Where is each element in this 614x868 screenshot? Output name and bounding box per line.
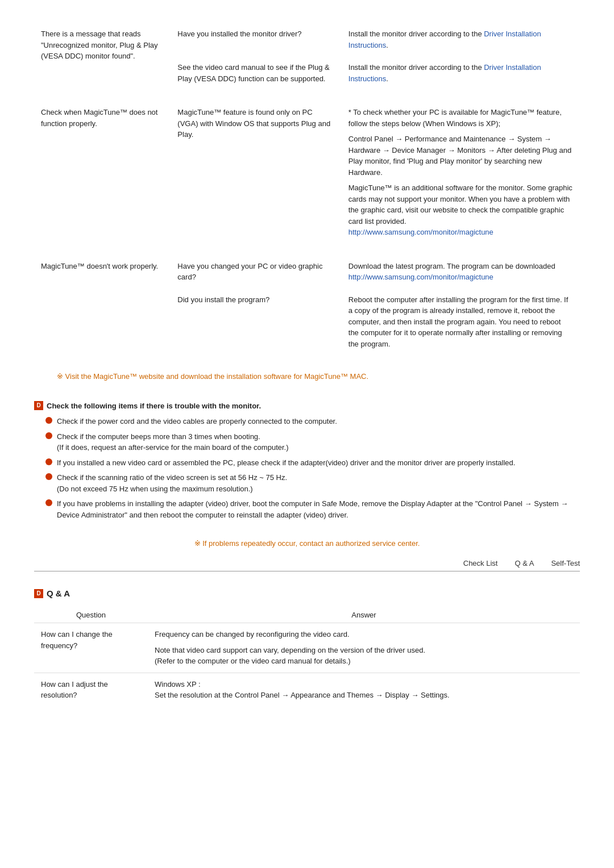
bullet-item: Check if the computer beeps more than 3 … — [45, 431, 580, 453]
check-icon: D — [34, 401, 43, 410]
bullet-item: Check if the scanning ratio of the video… — [45, 472, 580, 494]
magictune-url-link-1[interactable]: http://www.samsung.com/monitor/magictune — [349, 228, 493, 236]
qa-question-1: How can I change the frequency? — [34, 623, 148, 673]
magictune-url-link-2[interactable]: http://www.samsung.com/monitor/magictune — [349, 273, 493, 281]
qa-header: D Q & A — [34, 589, 580, 598]
solution-cell-1a: Install the monitor driver according to … — [342, 23, 580, 56]
table-row: Check when MagicTune™ does not function … — [34, 101, 580, 244]
cause-cell-1b: See the video card manual to see if the … — [171, 56, 341, 90]
nav-check-list[interactable]: Check List — [463, 559, 498, 567]
bullet-item: If you have problems in installing the a… — [45, 498, 580, 520]
problem-cell-1: There is a message that reads "Unrecogni… — [34, 23, 171, 90]
qa-table: Question Answer How can I change the fre… — [34, 607, 580, 707]
qa-icon: D — [34, 589, 43, 598]
bullet-item: If you installed a new video card or ass… — [45, 457, 580, 469]
bullet-text: Check if the power cord and the video ca… — [57, 416, 580, 427]
cause-cell-1a: Have you installed the monitor driver? — [171, 23, 341, 56]
qa-table-header: Question Answer — [34, 607, 580, 623]
driver-instructions-link-1[interactable]: Driver Installation Instructions — [349, 30, 541, 49]
problem-cell-3: MagicTune™ doesn't work properly. — [34, 255, 171, 356]
bullet-text: If you installed a new video card or ass… — [57, 457, 580, 469]
check-header-text: Check the following items if there is tr… — [47, 402, 261, 410]
qa-col-question: Question — [34, 607, 148, 623]
cause-cell-3a: Have you changed your PC or video graphi… — [171, 255, 341, 289]
solution-cell-2: * To check whether your PC is available … — [342, 101, 580, 244]
qa-col-answer: Answer — [148, 607, 580, 623]
bullet-dot-icon — [45, 458, 52, 465]
service-center-link[interactable]: contact an authorized service center — [300, 539, 418, 548]
bullet-item: Check if the power cord and the video ca… — [45, 416, 580, 427]
nav-qa[interactable]: Q & A — [515, 559, 534, 567]
qa-answer-1: Frequency can be changed by reconfigurin… — [148, 623, 580, 673]
qa-answer-2: Windows XP :Set the resolution at the Co… — [148, 673, 580, 707]
check-section-header: D Check the following items if there is … — [34, 401, 580, 410]
solution-cell-3a: Download the latest program. The program… — [342, 255, 580, 289]
qa-row: How can I change the frequency? Frequenc… — [34, 623, 580, 673]
solution-cell-1b: Install the monitor driver according to … — [342, 56, 580, 90]
cause-cell-2: MagicTune™ feature is found only on PC (… — [171, 101, 341, 244]
solution-cell-3b: Reboot the computer after installing the… — [342, 289, 580, 356]
bullet-dot-icon — [45, 473, 52, 480]
cause-cell-3b: Did you install the program? — [171, 289, 341, 356]
bullet-dot-icon — [45, 432, 52, 439]
table-row: MagicTune™ doesn't work properly. Have y… — [34, 255, 580, 289]
qa-title: Q & A — [47, 589, 70, 598]
service-center-note: ※ If problems repeatedly occur, contact … — [34, 539, 580, 548]
problem-cell-2: Check when MagicTune™ does not function … — [34, 101, 171, 244]
table-row: There is a message that reads "Unrecogni… — [34, 23, 580, 56]
driver-instructions-link-2[interactable]: Driver Installation Instructions — [349, 63, 541, 83]
magictune-mac-note: ※ Visit the MagicTune™ website and downl… — [57, 372, 580, 381]
qa-question-2: How can I adjust the resolution? — [34, 673, 148, 707]
bullet-dot-icon — [45, 499, 52, 506]
nav-self-test[interactable]: Self-Test — [551, 559, 580, 567]
bullet-dot-icon — [45, 417, 52, 424]
bullet-text: Check if the computer beeps more than 3 … — [57, 431, 580, 453]
qa-row: How can I adjust the resolution? Windows… — [34, 673, 580, 707]
bullet-text: If you have problems in installing the a… — [57, 498, 580, 520]
troubleshoot-table: There is a message that reads "Unrecogni… — [34, 23, 580, 355]
qa-section: D Q & A Question Answer How can I change… — [34, 589, 580, 707]
bullet-text: Check if the scanning ratio of the video… — [57, 472, 580, 494]
nav-footer: Check List Q & A Self-Test — [34, 559, 580, 571]
